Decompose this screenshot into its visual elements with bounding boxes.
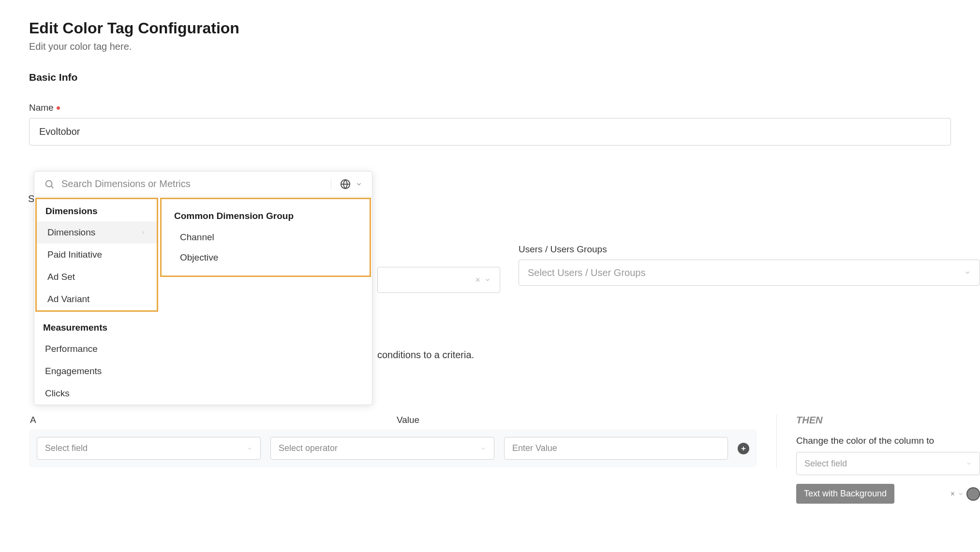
- chevron-down-icon: [484, 276, 491, 283]
- dropdown-left-panel: Dimensions Dimensions Paid Initiative Ad…: [35, 198, 158, 312]
- dropdown-item-label: Paid Initiative: [47, 249, 102, 260]
- name-label-text: Name: [29, 102, 54, 113]
- dropdown-item-paid-initiative[interactable]: Paid Initiative: [37, 244, 157, 266]
- condition-field-select[interactable]: Select field: [37, 437, 261, 460]
- select-placeholder: Select field: [804, 459, 847, 469]
- dropdown-item-label: Clicks: [45, 388, 70, 399]
- dropdown-item-label: Ad Variant: [47, 294, 89, 305]
- dropdown-item-ad-set[interactable]: Ad Set: [37, 266, 157, 288]
- condition-operator-select[interactable]: Select operator: [270, 437, 494, 460]
- required-indicator: [57, 106, 60, 110]
- chevron-down-icon[interactable]: [958, 491, 964, 497]
- svg-line-1: [51, 186, 53, 188]
- dropdown-item-ad-variant[interactable]: Ad Variant: [37, 288, 157, 310]
- name-input[interactable]: [29, 118, 951, 145]
- users-groups-label: Users / Users Groups: [519, 244, 980, 255]
- add-condition-button[interactable]: [738, 443, 749, 454]
- users-groups-label-text: Users / Users Groups: [519, 244, 607, 255]
- dropdown-item-engagements[interactable]: Engagements: [34, 360, 159, 382]
- dropdown-item-channel[interactable]: Channel: [167, 227, 364, 247]
- chevron-down-icon: [966, 461, 972, 466]
- chevron-right-icon: [140, 227, 146, 238]
- criteria-hint: conditions to a criteria.: [377, 349, 474, 361]
- color-swatch[interactable]: [966, 487, 980, 501]
- dropdown-item-label: Ad Set: [47, 272, 75, 282]
- chevron-down-icon: [247, 446, 252, 451]
- dropdown-right-panel: Common Dimension Group Channel Objective: [159, 197, 372, 405]
- dropdown-item-dimensions[interactable]: Dimensions: [37, 221, 157, 244]
- chevron-down-icon: [964, 269, 971, 276]
- users-groups-select[interactable]: Select Users / User Groups: [519, 260, 980, 286]
- basic-info-header: Basic Info: [29, 72, 951, 83]
- globe-icon[interactable]: [340, 179, 351, 189]
- dropdown-search-bar: [34, 172, 372, 197]
- users-groups-placeholder: Select Users / User Groups: [528, 267, 645, 278]
- dimensions-group-label: Dimensions: [37, 199, 157, 221]
- search-input[interactable]: [61, 178, 331, 189]
- dropdown-item-performance[interactable]: Performance: [34, 338, 159, 360]
- partial-select[interactable]: ×: [377, 267, 500, 293]
- dropdown-item-label: Performance: [45, 344, 98, 354]
- conditions-row: Select field Select operator: [29, 429, 757, 467]
- color-style-chip[interactable]: Text with Background: [796, 484, 894, 504]
- value-column-label: Value: [397, 415, 419, 425]
- dropdown-item-clicks[interactable]: Clicks: [34, 382, 159, 405]
- dropdown-item-label: Dimensions: [47, 227, 95, 238]
- page-subtitle: Edit your color tag here.: [29, 41, 951, 52]
- chevron-down-icon: [480, 446, 486, 451]
- chevron-down-icon[interactable]: [356, 181, 362, 188]
- left-hint-a: A: [30, 415, 36, 425]
- then-field-select[interactable]: Select field: [796, 452, 980, 475]
- select-placeholder: Select field: [45, 443, 88, 453]
- common-dimension-group-label: Common Dimension Group: [167, 208, 364, 227]
- name-label: Name: [29, 102, 951, 113]
- dropdown-item-objective[interactable]: Objective: [167, 247, 364, 268]
- svg-point-0: [46, 180, 52, 187]
- plus-icon: [740, 445, 747, 452]
- close-icon[interactable]: ×: [475, 275, 480, 285]
- then-header: THEN: [796, 415, 980, 426]
- search-icon: [44, 179, 55, 189]
- dropdown-item-label: Engagements: [45, 366, 102, 377]
- dimensions-dropdown: Dimensions Dimensions Paid Initiative Ad…: [34, 171, 372, 405]
- measurements-group-label: Measurements: [34, 316, 159, 338]
- condition-value-input[interactable]: [504, 437, 728, 460]
- then-label: Change the color of the column to: [796, 436, 980, 446]
- close-icon[interactable]: ×: [950, 490, 955, 498]
- page-title: Edit Color Tag Configuration: [29, 19, 951, 37]
- select-placeholder: Select operator: [279, 443, 338, 453]
